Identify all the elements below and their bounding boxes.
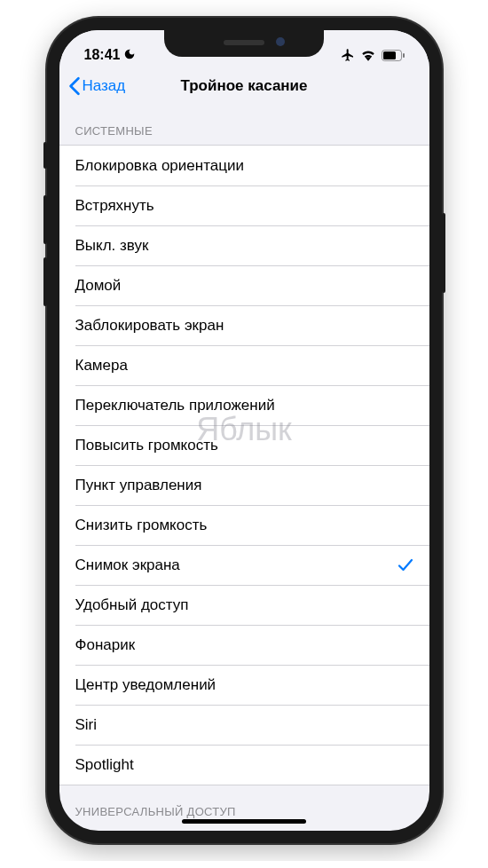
item-control-center[interactable]: Пункт управления (59, 465, 429, 505)
item-volume-up[interactable]: Повысить громкость (59, 425, 429, 465)
airplane-mode-icon (341, 48, 355, 62)
item-camera[interactable]: Камера (59, 345, 429, 385)
item-notification-center[interactable]: Центр уведомлений (59, 665, 429, 705)
list-item-label: Повысить громкость (75, 437, 218, 454)
list-item-label: Выкл. звук (75, 237, 149, 255)
status-time: 18:41 (84, 47, 121, 63)
do-not-disturb-icon (123, 48, 136, 63)
list-item-label: Удобный доступ (75, 596, 189, 614)
status-right (341, 48, 405, 62)
list-item-label: Фонарик (75, 636, 136, 654)
item-screenshot[interactable]: Снимок экрана (59, 545, 429, 585)
content-scroll[interactable]: Яблык СИСТЕМНЫЕ Блокировка ориентации Вс… (59, 105, 429, 825)
item-shake[interactable]: Встряхнуть (59, 185, 429, 225)
item-spotlight[interactable]: Spotlight (59, 745, 429, 785)
back-label: Назад (83, 77, 126, 95)
item-lock-screen[interactable]: Заблокировать экран (59, 305, 429, 345)
item-home[interactable]: Домой (59, 265, 429, 305)
wifi-icon (360, 49, 376, 61)
item-flashlight[interactable]: Фонарик (59, 625, 429, 665)
notch (164, 30, 324, 57)
list-item-label: Заблокировать экран (75, 317, 224, 335)
battery-icon (382, 50, 405, 61)
list-item-label: Siri (75, 716, 98, 734)
chevron-left-icon (68, 76, 81, 96)
back-button[interactable]: Назад (68, 76, 126, 96)
item-volume-down[interactable]: Снизить громкость (59, 505, 429, 545)
power-button (442, 213, 445, 293)
svg-rect-1 (383, 51, 396, 59)
volume-down-button (43, 257, 47, 306)
nav-bar: Назад Тройное касание (59, 69, 429, 105)
mute-switch (43, 142, 47, 169)
system-list: Блокировка ориентации Встряхнуть Выкл. з… (59, 145, 429, 785)
list-item-label: Пункт управления (75, 477, 202, 494)
list-item-label: Камера (75, 357, 128, 375)
item-siri[interactable]: Siri (59, 705, 429, 745)
list-item-label: Центр уведомлений (75, 676, 216, 694)
volume-up-button (43, 195, 47, 244)
list-item-label: Снизить громкость (75, 517, 208, 534)
status-left: 18:41 (84, 47, 137, 63)
item-mute[interactable]: Выкл. звук (59, 225, 429, 265)
screen: 18:41 На (59, 30, 429, 831)
home-indicator[interactable] (182, 819, 306, 824)
item-reachability[interactable]: Удобный доступ (59, 585, 429, 625)
list-item-label: Снимок экрана (75, 556, 180, 574)
list-item-label: Переключатель приложений (75, 397, 275, 414)
item-orientation-lock[interactable]: Блокировка ориентации (59, 146, 429, 185)
list-item-label: Блокировка ориентации (75, 157, 244, 175)
svg-rect-2 (403, 53, 405, 58)
section-header-system: СИСТЕМНЫЕ (59, 105, 429, 145)
phone-frame: 18:41 На (47, 18, 442, 843)
list-item-label: Встряхнуть (75, 197, 154, 215)
list-item-label: Домой (75, 277, 122, 295)
item-app-switcher[interactable]: Переключатель приложений (59, 385, 429, 425)
checkmark-icon (397, 558, 413, 572)
list-item-label: Spotlight (75, 756, 134, 774)
